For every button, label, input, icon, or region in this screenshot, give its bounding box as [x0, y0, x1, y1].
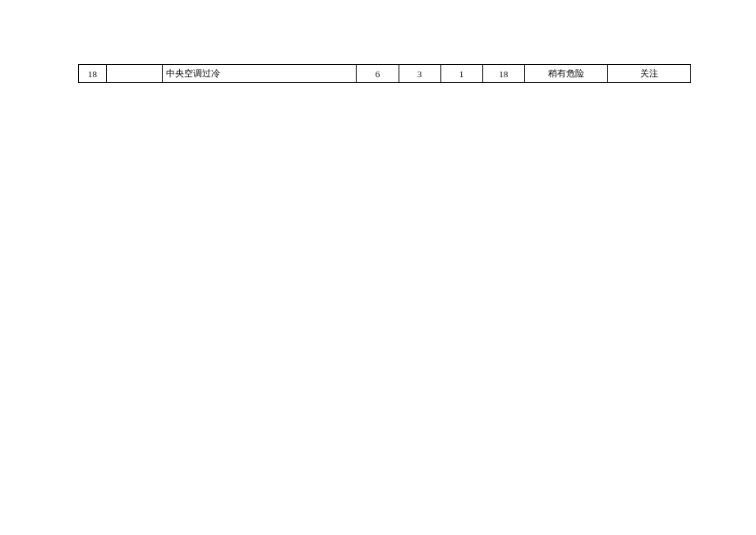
- cell-num: 18: [79, 65, 107, 83]
- cell-val1: 6: [357, 65, 399, 83]
- cell-col2: [107, 65, 163, 83]
- cell-action: 关注: [607, 65, 690, 83]
- cell-val4: 18: [482, 65, 524, 83]
- cell-val3: 1: [440, 65, 482, 83]
- risk-table-container: 18 中央空调过冷 6 3 1 18 稍有危险 关注: [78, 64, 691, 83]
- table-row: 18 中央空调过冷 6 3 1 18 稍有危险 关注: [79, 65, 691, 83]
- cell-risk: 稍有危险: [524, 65, 607, 83]
- risk-table: 18 中央空调过冷 6 3 1 18 稍有危险 关注: [78, 64, 691, 83]
- cell-description: 中央空调过冷: [163, 65, 357, 83]
- cell-val2: 3: [399, 65, 440, 83]
